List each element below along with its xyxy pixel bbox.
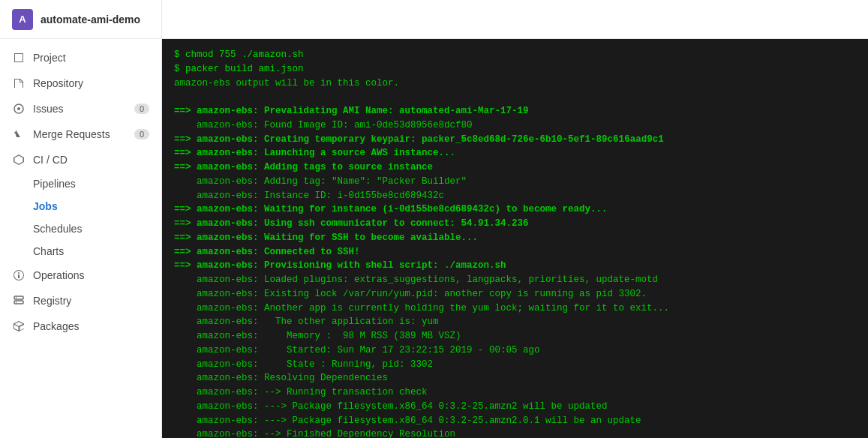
terminal-line: $ packer build ami.json xyxy=(174,62,856,76)
terminal-line: ==> amazon-ebs: Provisioning with shell … xyxy=(174,259,856,273)
sidebar-item-repository[interactable]: Repository xyxy=(0,70,161,96)
terminal-line: $ chmod 755 ./amazon.sh xyxy=(174,48,856,62)
sidebar-item-charts[interactable]: Charts xyxy=(0,240,161,262)
sidebar-item-operations[interactable]: Operations xyxy=(0,262,161,288)
terminal-line: ==> amazon-ebs: Launching a source AWS i… xyxy=(174,146,856,160)
terminal-line: amazon-ebs: State : Running, pid: 3302 xyxy=(174,358,856,372)
terminal-line: amazon-ebs: --> Running transaction chec… xyxy=(174,386,856,400)
terminal-line: amazon-ebs: Adding tag: "Name": "Packer … xyxy=(174,175,856,189)
terminal-line: ==> amazon-ebs: Connected to SSH! xyxy=(174,245,856,260)
svg-point-5 xyxy=(16,302,17,303)
sidebar-item-issues[interactable]: Issues 0 xyxy=(0,96,161,122)
merge-badge: 0 xyxy=(134,129,149,140)
operations-icon xyxy=(12,268,26,282)
svg-point-1 xyxy=(17,107,20,110)
main-header xyxy=(162,0,868,39)
terminal-line: amazon-ebs: --> Finished Dependency Reso… xyxy=(174,428,856,438)
terminal-line: amazon-ebs: Found Image ID: ami-0de53d89… xyxy=(174,118,856,133)
sidebar-item-charts-label: Charts xyxy=(33,245,64,257)
sidebar-header: A automate-ami-demo xyxy=(0,0,161,39)
sidebar-item-packages-label: Packages xyxy=(33,320,79,332)
terminal-line: amazon-ebs: Resolving Dependencies xyxy=(174,371,856,386)
terminal-line: amazon-ebs: Loaded plugins: extras_sugge… xyxy=(174,273,856,287)
sidebar-item-merge-label: Merge Requests xyxy=(33,128,110,140)
sidebar-item-merge-requests[interactable]: Merge Requests 0 xyxy=(0,122,161,147)
terminal-line: amazon-ebs: The other application is: yu… xyxy=(174,315,856,329)
sidebar-item-project-label: Project xyxy=(33,52,66,64)
sidebar-item-schedules-label: Schedules xyxy=(33,223,82,235)
cicd-icon xyxy=(12,153,26,166)
terminal-line: ==> amazon-ebs: Waiting for SSH to becom… xyxy=(174,231,856,245)
terminal-line: amazon-ebs: Memory : 98 M RSS (389 MB VS… xyxy=(174,329,856,344)
terminal-line: ==> amazon-ebs: Waiting for instance (i-… xyxy=(174,202,856,217)
terminal-line: amazon-ebs: Started: Sun Mar 17 23:22:15… xyxy=(174,344,856,358)
sidebar-item-repository-label: Repository xyxy=(33,77,83,89)
terminal-line: amazon-ebs: Existing lock /var/run/yum.p… xyxy=(174,287,856,302)
project-name: automate-ami-demo xyxy=(41,14,140,26)
merge-icon xyxy=(12,128,26,141)
terminal-line xyxy=(174,90,856,104)
project-icon xyxy=(12,51,26,64)
repository-icon xyxy=(12,76,26,90)
sidebar-item-cicd[interactable]: CI / CD xyxy=(0,147,161,172)
terminal-output[interactable]: $ chmod 755 ./amazon.sh$ packer build am… xyxy=(162,39,868,438)
sidebar-item-pipelines[interactable]: Pipelines xyxy=(0,172,161,195)
terminal-line: ==> amazon-ebs: Using ssh communicator t… xyxy=(174,217,856,231)
issues-icon xyxy=(12,102,26,116)
sidebar-item-issues-label: Issues xyxy=(33,103,63,115)
sidebar-navigation: Project Repository Issues 0 Merge Reques… xyxy=(0,39,161,345)
sidebar-item-registry-label: Registry xyxy=(33,295,71,307)
sidebar-item-packages[interactable]: Packages xyxy=(0,314,161,339)
terminal-line: ==> amazon-ebs: Adding tags to source in… xyxy=(174,160,856,175)
terminal-line: ==> amazon-ebs: Prevalidating AMI Name: … xyxy=(174,104,856,118)
issues-badge: 0 xyxy=(134,104,149,114)
sidebar-item-project[interactable]: Project xyxy=(0,45,161,70)
sidebar-item-operations-label: Operations xyxy=(33,269,84,281)
main-content: $ chmod 755 ./amazon.sh$ packer build am… xyxy=(162,0,868,438)
terminal-line: amazon-ebs output will be in this color. xyxy=(174,76,856,91)
avatar: A xyxy=(12,9,33,30)
terminal-line: amazon-ebs: ---> Package filesystem.x86_… xyxy=(174,400,856,414)
terminal-line: amazon-ebs: Instance ID: i-0d155be8cd689… xyxy=(174,189,856,203)
sidebar: A automate-ami-demo Project Repository I… xyxy=(0,0,162,438)
sidebar-item-schedules[interactable]: Schedules xyxy=(0,218,161,240)
packages-icon xyxy=(12,320,26,333)
terminal-line: ==> amazon-ebs: Creating temporary keypa… xyxy=(174,133,856,147)
terminal-line: amazon-ebs: Another app is currently hol… xyxy=(174,302,856,316)
svg-point-4 xyxy=(16,297,17,298)
sidebar-item-cicd-label: CI / CD xyxy=(33,154,68,166)
registry-icon xyxy=(12,294,26,308)
sidebar-item-pipelines-label: Pipelines xyxy=(33,178,76,190)
sidebar-item-registry[interactable]: Registry xyxy=(0,288,161,314)
sidebar-item-jobs-label: Jobs xyxy=(33,200,58,212)
sidebar-item-jobs[interactable]: Jobs xyxy=(0,195,161,218)
terminal-line: amazon-ebs: ---> Package filesystem.x86_… xyxy=(174,414,856,428)
